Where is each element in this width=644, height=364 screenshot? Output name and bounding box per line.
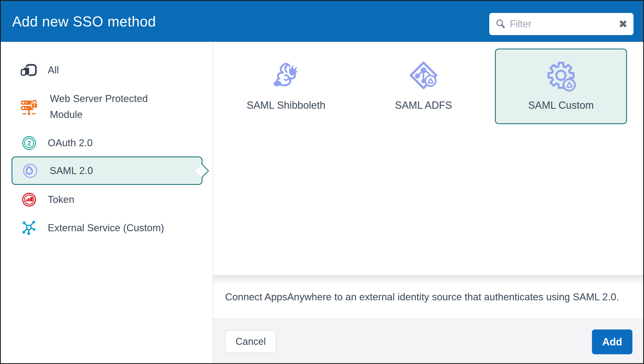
method-card-label: SAML Custom <box>528 100 594 111</box>
method-card-saml-custom[interactable]: SAML Custom <box>495 49 627 124</box>
sidebar-item-external-service[interactable]: External Service (Custom) <box>1 215 212 241</box>
gear-icon <box>545 61 577 93</box>
sidebar-item-label: Web Server Protected Module <box>50 91 179 123</box>
oauth-icon: 2 <box>20 134 38 152</box>
cancel-button[interactable]: Cancel <box>225 330 276 353</box>
svg-text:2: 2 <box>27 140 31 147</box>
sidebar-item-token[interactable]: Token <box>1 186 212 213</box>
all-icon <box>20 61 38 79</box>
description-panel: Connect AppsAnywhere to an external iden… <box>213 285 643 318</box>
description-divider <box>213 275 643 285</box>
sidebar-item-label: Token <box>48 192 74 207</box>
sidebar-item-label: External Service (Custom) <box>48 220 164 236</box>
clear-filter-icon[interactable]: ✖ <box>616 19 628 29</box>
method-card-saml-adfs[interactable]: SAML ADFS <box>357 49 490 124</box>
dialog-header: Add new SSO method ✖ <box>1 1 643 42</box>
external-service-icon <box>20 219 38 237</box>
filter-box[interactable]: ✖ <box>489 13 633 35</box>
adfs-icon <box>408 61 439 93</box>
dialog-footer: Cancel Add <box>213 318 643 363</box>
filter-input[interactable] <box>510 18 616 30</box>
sidebar-item-oauth[interactable]: 2 OAuth 2.0 <box>1 130 212 157</box>
method-cards-area: SAML Shibboleth SAML ADFS <box>213 42 643 275</box>
method-card-saml-shibboleth[interactable]: SAML Shibboleth <box>220 49 352 124</box>
shibboleth-icon <box>270 61 302 93</box>
method-selection-panel: SAML Shibboleth SAML ADFS <box>213 42 643 363</box>
method-card-label: SAML Shibboleth <box>247 100 325 111</box>
page-title: Add new SSO method <box>12 13 156 30</box>
web-server-icon <box>20 97 40 117</box>
method-card-label: SAML ADFS <box>395 100 452 111</box>
sidebar-item-all[interactable]: All <box>1 57 212 84</box>
search-icon <box>495 19 506 29</box>
method-description: Connect AppsAnywhere to an external iden… <box>225 289 627 305</box>
sidebar-item-web-server-protected-module[interactable]: Web Server Protected Module <box>1 90 212 123</box>
sso-category-sidebar: All <box>1 42 213 363</box>
sidebar-item-label: OAuth 2.0 <box>48 135 93 151</box>
token-icon <box>20 191 38 209</box>
saml-icon <box>20 161 40 181</box>
add-button[interactable]: Add <box>592 329 632 354</box>
sidebar-item-label: All <box>48 62 59 78</box>
selected-pointer-icon <box>195 164 209 178</box>
sidebar-item-saml-selected[interactable]: SAML 2.0 <box>12 157 202 185</box>
sidebar-item-label: SAML 2.0 <box>50 163 93 179</box>
